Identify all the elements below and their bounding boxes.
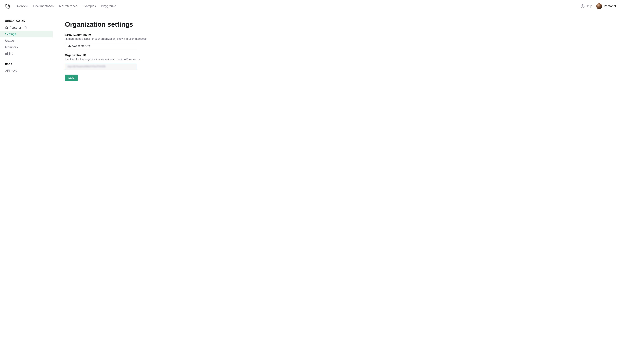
sidebar-item-label: Settings [5,33,16,36]
sidebar-user-section: USER API keys [0,63,52,74]
org-id-help: Identifier for this organization sometim… [65,58,192,61]
sidebar-user-heading: USER [0,63,52,67]
page-title: Organization settings [65,21,192,28]
account-menu[interactable]: Personal [596,3,616,9]
org-name-help: Human-friendly label for your organizati… [65,37,192,40]
org-name-input[interactable] [65,43,137,49]
help-button[interactable]: ? Help [581,4,592,8]
save-button[interactable]: Save [65,75,78,81]
top-nav-right: ? Help Personal [581,3,616,9]
main-content: Organization settings Organization name … [53,12,204,364]
sidebar-item-billing[interactable]: Billing [0,50,52,57]
nav-examples[interactable]: Examples [83,4,96,8]
sidebar-item-api-keys[interactable]: API keys [0,67,52,74]
sidebar-item-label: Members [5,46,18,49]
help-label: Help [586,4,592,8]
layout: ORGANIZATION Personal i Settings [0,12,621,364]
sidebar-item-label: Usage [5,39,14,42]
sidebar-org-section: ORGANIZATION Personal i Settings [0,20,52,57]
org-id-box: org-L8LYouamzAWeXYGeJTXHZfk [65,63,137,70]
sidebar-item-label: API keys [5,69,17,72]
openai-logo[interactable] [5,4,10,9]
top-nav: Overview Documentation API reference Exa… [0,0,621,12]
org-name-label: Organization name [65,33,192,36]
org-id-value: org-L8LYouamzAWeXYGeJTXHZfk [68,65,105,68]
nav-playground[interactable]: Playground [101,4,116,8]
sidebar-org-heading: ORGANIZATION [0,20,52,24]
help-icon: ? [581,4,585,8]
sidebar-org-name-label: Personal [10,26,21,29]
nav-documentation[interactable]: Documentation [33,4,54,8]
sidebar: ORGANIZATION Personal i Settings [0,12,53,364]
nav-api-reference[interactable]: API reference [59,4,77,8]
account-name: Personal [604,4,616,8]
sidebar-item-members[interactable]: Members [0,44,52,50]
top-nav-left: Overview Documentation API reference Exa… [5,4,116,9]
sidebar-item-usage[interactable]: Usage [0,37,52,44]
sidebar-item-label: Billing [5,52,13,55]
building-icon [5,26,8,29]
nav-overview[interactable]: Overview [16,4,28,8]
org-id-label: Organization ID [65,53,192,57]
sidebar-item-settings[interactable]: Settings [0,31,52,37]
info-icon: i [24,26,27,29]
avatar [596,3,602,9]
sidebar-org-name[interactable]: Personal i [0,24,52,31]
